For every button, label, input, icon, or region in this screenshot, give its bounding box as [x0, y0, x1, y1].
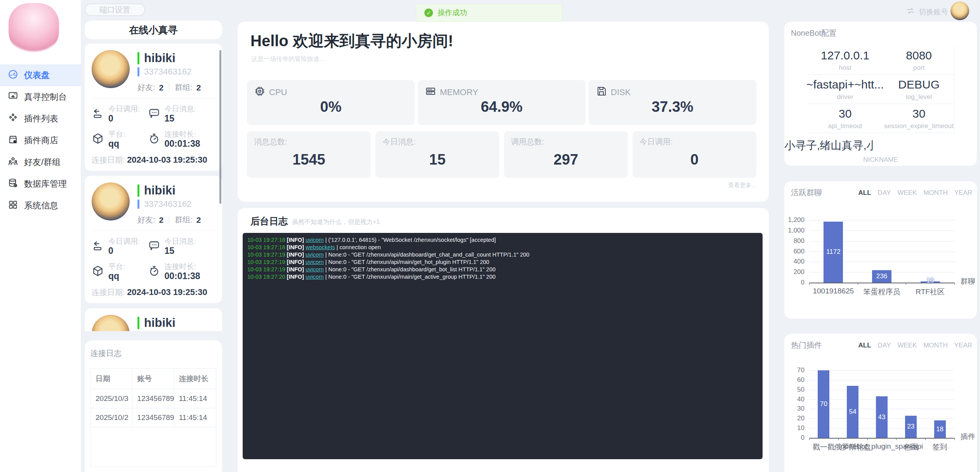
gauge-icon: [8, 69, 18, 82]
chart-range-tab[interactable]: YEAR: [954, 342, 972, 349]
bot-card[interactable]: hibiki 3373463162 好友:2 群组:2 今日调用:: [85, 43, 222, 171]
x-category-label: 签到: [882, 442, 980, 452]
bot-avatar: [92, 315, 130, 331]
config-item: ~fastapi+~htt... driver: [806, 75, 884, 104]
stat-label: 今日消息:: [165, 237, 196, 246]
logo-image: [9, 3, 59, 54]
view-more-link[interactable]: 查看更多...: [728, 182, 756, 189]
stat-value: 15: [165, 246, 196, 256]
groups-label: 群组:: [175, 82, 193, 93]
divider: [92, 98, 215, 99]
bar-chart: 01020304050607070戳一戳54俄罗斯轮盘43nonebot_plu…: [809, 370, 954, 439]
user-avatar[interactable]: [950, 2, 969, 20]
port-settings-button[interactable]: 端口设置: [85, 3, 145, 16]
sidebar: 仪表盘 真寻控制台 插件列表 插件商店: [0, 0, 81, 472]
stat-value: 15: [375, 151, 499, 168]
config-value: 30: [912, 107, 925, 120]
chart-range-tab[interactable]: ALL: [858, 342, 871, 349]
bot-name: hibiki: [144, 316, 175, 330]
sidebar-item[interactable]: 插件列表: [0, 108, 81, 130]
bar-value-label: 23: [899, 423, 923, 430]
sidebar-item-label: 系统信息: [24, 200, 58, 212]
chat-icon: [148, 105, 160, 121]
log-source-link: uvicorn: [306, 252, 324, 258]
zhenxun-dashboard: 仪表盘 真寻控制台 插件列表 插件商店: [0, 0, 980, 472]
sidebar-item-label: 数据库管理: [24, 178, 67, 190]
chart-range-tab[interactable]: DAY: [878, 189, 891, 197]
bar-value-label: 16: [911, 277, 950, 285]
switch-account-button[interactable]: 切换账号: [906, 6, 948, 17]
stopwatch-icon: [148, 130, 160, 146]
sidebar-item[interactable]: 数据库管理: [0, 173, 81, 195]
stat-label: 连接时长:: [165, 262, 200, 271]
plugins-icon: [8, 113, 18, 125]
sidebar-item[interactable]: 真寻控制台: [0, 86, 81, 108]
sidebar-item-label: 真寻控制台: [24, 91, 67, 103]
stat-value: qq: [108, 139, 125, 149]
bar-value-label: 236: [862, 272, 901, 280]
chart-range-tab[interactable]: MONTH: [923, 342, 947, 349]
sidebar-item[interactable]: 好友/群组: [0, 151, 81, 173]
chart-range-tab[interactable]: YEAR: [954, 189, 972, 197]
log-source-link: uvicorn: [306, 274, 324, 280]
sidebar-item-label: 插件商店: [24, 135, 58, 146]
bar-value-label: 70: [812, 400, 835, 408]
resource-label: DISK: [611, 87, 631, 97]
bot-list[interactable]: hibiki 3373463162 好友:2 群组:2 今日调用:: [85, 43, 222, 331]
resource-value: 37.3%: [589, 99, 756, 115]
chart-range-tab[interactable]: MONTH: [923, 189, 947, 197]
toast-message: 操作成功: [438, 8, 467, 18]
divider: [169, 216, 169, 224]
memory-icon: [425, 85, 436, 99]
stat-value: 15: [165, 113, 196, 123]
online-bots-title: 在线小真寻: [129, 24, 178, 36]
console-icon: [8, 91, 18, 104]
config-value: 30: [839, 107, 851, 120]
stat-label: 平台:: [108, 130, 125, 139]
chart-range-tab[interactable]: WEEK: [897, 342, 917, 349]
sidebar-item[interactable]: 插件商店: [0, 130, 81, 151]
page-subtitle: 这是一场传奇的冒险旅途...: [251, 55, 325, 63]
friends-count: 2: [159, 83, 164, 92]
log-line: 10-03 19:27:20 [INFO] uvicorn | None:0 -…: [247, 273, 758, 281]
log-console[interactable]: 10-03 19:27:18 [INFO] uvicorn | ('127.0.…: [243, 233, 763, 459]
stat-value: 1545: [247, 151, 371, 168]
bar-value-label: 1172: [814, 248, 853, 256]
bot-card[interactable]: hibiki 3373463162 好友:2 群组:2 今日调用:: [85, 308, 222, 331]
connection-log-title: 连接日志: [90, 348, 216, 359]
x-category-label: RTF社区: [872, 287, 980, 297]
resource-card: MEMORY 64.9%: [418, 80, 586, 125]
check-icon: ✓: [424, 9, 433, 17]
chart-range-tab[interactable]: WEEK: [897, 189, 917, 197]
x-axis-name: 插件: [961, 432, 975, 442]
bot-list-scrollbar[interactable]: [219, 50, 221, 204]
bar-value-label: 43: [870, 413, 893, 421]
friends-label: 好友:: [137, 82, 155, 93]
chart-title: 热门插件: [791, 340, 822, 351]
sidebar-nav: 仪表盘 真寻控制台 插件列表 插件商店: [0, 64, 81, 217]
stat-value: 0: [108, 113, 140, 123]
bot-avatar: [92, 50, 130, 88]
chart-range-tab[interactable]: DAY: [878, 342, 891, 349]
resource-value: 0%: [247, 99, 415, 115]
stat-label: 调用总数:: [511, 137, 544, 147]
sidebar-item[interactable]: 仪表盘: [0, 64, 81, 86]
bot-card[interactable]: hibiki 3373463162 好友:2 群组:2 今日调用:: [85, 176, 222, 303]
log-line: 10-03 19:27:19 [INFO] uvicorn | None:0 -…: [247, 259, 758, 266]
id-bar: [137, 67, 139, 76]
stat-card: 今日调用: 0: [632, 131, 756, 178]
sidebar-item-label: 插件列表: [24, 113, 58, 125]
database-icon: [8, 178, 18, 191]
log-source-link: uvicorn: [306, 237, 324, 243]
log-line: 10-03 19:27:18 [INFO] uvicorn | ('127.0.…: [247, 236, 758, 244]
groups-label: 群组:: [175, 215, 193, 225]
resource-card: CPU 0%: [247, 80, 415, 125]
divider: [169, 83, 169, 92]
stat-value: 00:01:38: [165, 271, 200, 281]
return-icon: [92, 105, 104, 121]
sidebar-item[interactable]: 系统信息: [0, 195, 81, 217]
config-label: host: [839, 64, 851, 72]
chart-range-tab[interactable]: ALL: [858, 189, 871, 197]
stat-value: 0: [632, 151, 756, 168]
online-status-bar: [137, 317, 139, 329]
